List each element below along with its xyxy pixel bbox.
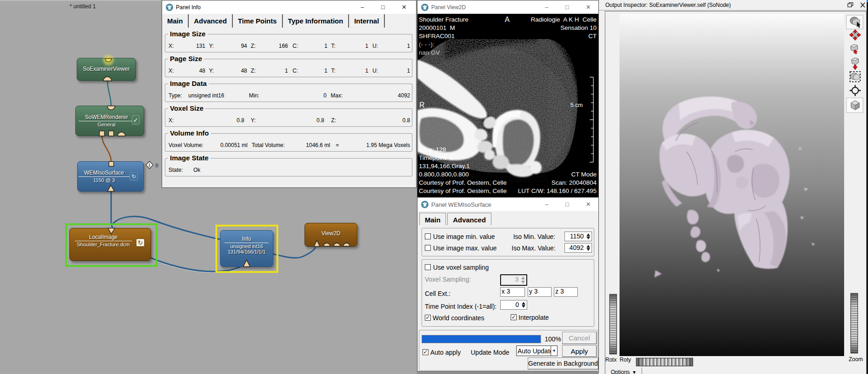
svg-text:i: i — [149, 163, 150, 168]
svg-text:B: B — [155, 163, 158, 168]
